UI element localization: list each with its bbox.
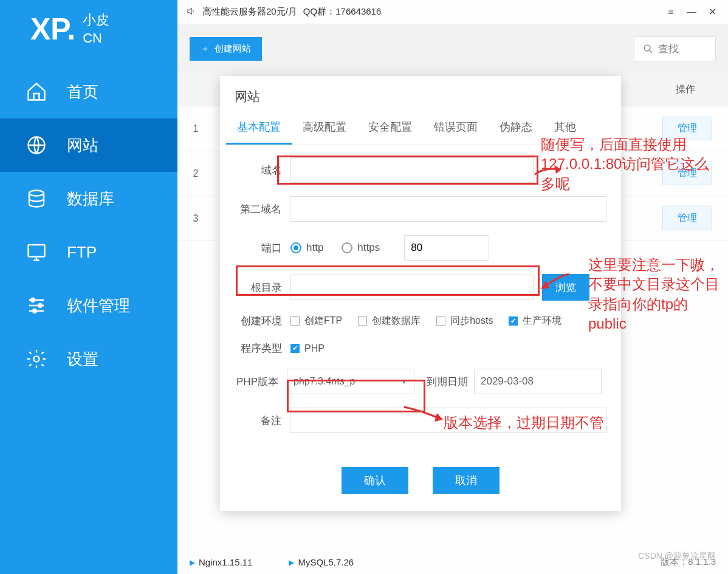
create-website-button[interactable]: ＋ 创建网站 <box>190 37 262 61</box>
label-domain2: 第二域名 <box>235 202 290 216</box>
caret-down-icon: ▼ <box>400 377 408 386</box>
logo-xp: XP. <box>30 14 75 44</box>
radio-off-icon <box>342 242 352 253</box>
qq-text: QQ群：176643616 <box>303 6 381 18</box>
svg-rect-2 <box>29 245 45 257</box>
checkbox-icon <box>436 316 445 326</box>
checkbox-php[interactable]: ✔PHP <box>290 343 325 354</box>
checkbox-prod[interactable]: ✔生产环境 <box>509 315 561 327</box>
logo-cn: 小皮 CN <box>83 11 109 47</box>
search-icon <box>643 44 653 54</box>
label-root: 根目录 <box>235 281 290 295</box>
nav: 首页 网站 数据库 FTP 软件管理 设置 <box>0 65 177 574</box>
plus-icon: ＋ <box>201 43 210 55</box>
modal-tabs: 基本配置 高级配置 安全配置 错误页面 伪静态 其他 <box>220 112 621 145</box>
search-placeholder: 查找 <box>658 42 679 56</box>
svg-point-6 <box>34 357 39 362</box>
label-type: 程序类型 <box>235 341 290 355</box>
row-index: 1 <box>177 123 214 134</box>
domain-input[interactable] <box>290 157 534 183</box>
nav-settings[interactable]: 设置 <box>0 332 177 386</box>
label-php-version: PHP版本 <box>235 375 287 389</box>
nav-label: 首页 <box>67 81 98 103</box>
speaker-icon <box>186 6 196 18</box>
website-modal: 网站 基本配置 高级配置 安全配置 错误页面 伪静态 其他 域名 第二域名 端口… <box>220 76 621 511</box>
col-operation: 操作 <box>643 83 728 96</box>
select-value: php7.3.4nts_p <box>294 376 355 387</box>
svg-point-3 <box>31 298 35 302</box>
database-icon <box>26 188 47 210</box>
nav-database[interactable]: 数据库 <box>0 172 177 225</box>
tab-basic[interactable]: 基本配置 <box>226 112 292 145</box>
checkbox-icon <box>358 316 367 326</box>
logo: XP. 小皮 CN <box>0 0 177 65</box>
close-icon[interactable]: ✕ <box>705 6 719 18</box>
checkbox-ftp[interactable]: 创建FTP <box>290 315 342 327</box>
checkbox-on-icon: ✔ <box>509 316 518 326</box>
nav-software[interactable]: 软件管理 <box>0 279 177 332</box>
globe-icon <box>26 134 47 156</box>
remark-input[interactable] <box>290 408 606 433</box>
modal-form: 域名 第二域名 端口 http https 根目录 浏览 创建环境 创建FTP … <box>220 145 621 461</box>
nav-label: 网站 <box>67 135 98 156</box>
modal-actions: 确认 取消 <box>220 461 621 511</box>
svg-point-5 <box>33 309 36 313</box>
manage-button[interactable]: 管理 <box>662 117 712 140</box>
tab-rewrite[interactable]: 伪静态 <box>489 112 543 145</box>
label-domain: 域名 <box>235 163 290 177</box>
label-remark: 备注 <box>235 414 290 428</box>
confirm-button[interactable]: 确认 <box>342 467 408 494</box>
tab-advanced[interactable]: 高级配置 <box>292 112 357 145</box>
browse-button[interactable]: 浏览 <box>542 274 589 301</box>
label-env: 创建环境 <box>235 314 290 328</box>
root-input[interactable] <box>290 275 534 300</box>
nav-label: 软件管理 <box>67 295 130 316</box>
nav-label: 设置 <box>67 349 98 370</box>
cancel-button[interactable]: 取消 <box>433 467 500 494</box>
modal-title: 网站 <box>220 76 621 112</box>
label-port: 端口 <box>235 241 290 255</box>
nav-website[interactable]: 网站 <box>0 118 177 172</box>
minimize-icon[interactable]: — <box>684 7 699 18</box>
promo-text[interactable]: 高性能云服务器20元/月 <box>202 6 297 18</box>
search-box[interactable]: 查找 <box>634 36 716 61</box>
create-label: 创建网站 <box>215 43 251 55</box>
tab-security[interactable]: 安全配置 <box>357 112 423 145</box>
tab-other[interactable]: 其他 <box>543 112 587 145</box>
watermark: CSDN @菠萝流星酥 <box>638 551 716 562</box>
checkbox-on-icon: ✔ <box>290 344 300 353</box>
row-index: 3 <box>177 213 214 224</box>
sliders-icon <box>26 295 47 316</box>
port-input[interactable] <box>404 235 489 261</box>
checkbox-db[interactable]: 创建数据库 <box>358 315 421 327</box>
gear-icon <box>26 348 47 370</box>
topbar: 高性能云服务器20元/月 QQ群：176643616 ≡ — ✕ <box>177 0 728 24</box>
sidebar: XP. 小皮 CN 首页 网站 数据库 FTP <box>0 0 177 574</box>
svg-point-4 <box>38 304 42 307</box>
nav-ftp[interactable]: FTP <box>0 225 177 279</box>
svg-point-1 <box>29 191 44 196</box>
checkbox-hosts[interactable]: 同步hosts <box>436 315 493 327</box>
nav-label: 数据库 <box>67 188 114 210</box>
status-nginx[interactable]: ▶Nginx1.15.11 <box>190 557 252 567</box>
label-expire: 到期日期 <box>427 375 468 389</box>
radio-on-icon <box>290 242 301 253</box>
nav-label: FTP <box>67 243 97 262</box>
radio-https[interactable]: https <box>342 242 380 254</box>
php-version-select[interactable]: php7.3.4nts_p ▼ <box>287 369 414 394</box>
manage-button[interactable]: 管理 <box>662 162 712 185</box>
menu-icon[interactable]: ≡ <box>664 7 678 18</box>
status-mysql[interactable]: ▶MySQL5.7.26 <box>289 557 354 567</box>
tab-error[interactable]: 错误页面 <box>423 112 489 145</box>
domain2-input[interactable] <box>290 196 606 222</box>
row-index: 2 <box>177 168 214 179</box>
expire-input[interactable] <box>474 369 602 394</box>
radio-http[interactable]: http <box>290 242 323 254</box>
nav-home[interactable]: 首页 <box>0 65 177 118</box>
home-icon <box>26 81 47 103</box>
manage-button[interactable]: 管理 <box>662 207 712 230</box>
toolbar: ＋ 创建网站 查找 <box>177 24 728 73</box>
checkbox-icon <box>290 316 300 326</box>
play-icon: ▶ <box>289 558 294 567</box>
svg-point-7 <box>644 45 650 51</box>
